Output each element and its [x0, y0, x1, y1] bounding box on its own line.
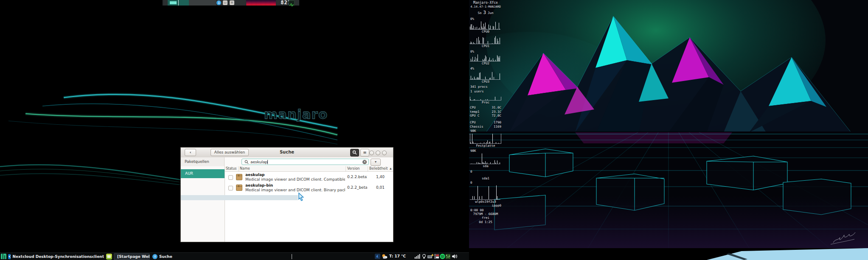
package-popularity: 0,01 [376, 185, 385, 190]
column-separator [368, 166, 368, 171]
right-wallpaper [469, 0, 868, 260]
conky-text: 7979M - 6680M frei [470, 212, 501, 220]
package-icon [236, 185, 242, 191]
conky-value: 0% [470, 50, 501, 53]
cpu-meter-bar [170, 1, 177, 4]
audio-spectrum [246, 0, 276, 6]
task-nextcloud[interactable]: Nextcloud Desktop-Synchronisationsclient [7, 253, 105, 260]
text-caret [267, 160, 268, 164]
keyboard-sparkle-icon[interactable] [427, 254, 434, 259]
conky-text: ippp0 [470, 204, 501, 207]
spotify-icon[interactable] [440, 254, 445, 259]
column-status[interactable]: Status [226, 167, 237, 171]
sidebar: AUR [181, 166, 225, 242]
pulse-monitor-icon[interactable] [289, 0, 295, 6]
maximize-button[interactable] [376, 151, 380, 155]
package-popularity: 1,40 [376, 175, 385, 179]
conky-value: 0 [470, 181, 501, 185]
task-label: [Startpage Web S... [117, 254, 150, 259]
search-input[interactable]: aeskulap × [242, 159, 369, 165]
conky-value: 98K [470, 149, 501, 153]
conky-text: 341 procs [470, 85, 501, 89]
temperature-readout[interactable]: T: 17 °C [389, 254, 406, 258]
conky-graph [470, 35, 501, 44]
wallpaper-brand-text: manjaro [264, 106, 328, 122]
weather-icon[interactable] [382, 254, 388, 259]
signal-bars-icon[interactable] [415, 254, 420, 259]
panel-segment [189, 0, 216, 6]
volume-icon[interactable] [452, 254, 458, 259]
conky-graph [470, 97, 501, 101]
checkbox[interactable] [228, 175, 233, 180]
conky-stat-row: GPU C72.0C [470, 114, 501, 117]
conky-date: So 3 Jun [470, 10, 501, 16]
column-version[interactable]: Version [347, 167, 360, 171]
conky-text: 1 users [470, 89, 501, 93]
column-popularity[interactable]: Beliebtheit [369, 167, 388, 171]
desktop: ↓ ▭ ≡ 827 manjaro ‹ Alles auswählen [0, 0, 868, 260]
mouse-cursor [298, 193, 305, 202]
film-strip-icon[interactable] [434, 254, 439, 259]
toggle-icon[interactable]: ▭ [223, 0, 228, 5]
checkbox[interactable] [228, 186, 233, 190]
table-header[interactable]: Status Name Version Beliebtheit ▲ [225, 166, 393, 172]
conky-distro: Manjaro-Xfce [470, 1, 501, 5]
conky-spacer [470, 173, 501, 176]
conky-stat-row: temp123.1C [470, 110, 501, 114]
package-description: Medical image viewer and DICOM client. B… [245, 188, 345, 192]
conky-graph [470, 134, 501, 144]
menu-button[interactable]: ≡ [360, 149, 369, 157]
package-description: Medical image viewer and DICOM client. C… [245, 177, 345, 182]
conky-graph-label: CPU1 [470, 44, 501, 48]
taskbar: Nextcloud Desktop-Synchronisationsclient… [0, 252, 469, 260]
conky-graph [470, 54, 501, 62]
package-version: 0.2.2.beta2 [347, 175, 367, 179]
conky-graph [470, 185, 501, 200]
list-icon[interactable]: ≡ [230, 0, 234, 5]
clear-search-icon[interactable]: × [362, 160, 367, 164]
task-startpage[interactable]: [Startpage Web S... [114, 253, 150, 260]
titlebar[interactable]: ‹ Alles auswählen Suche ≡ [181, 148, 393, 158]
search-dropdown-button[interactable]: ▾ [371, 159, 381, 166]
conky-text: wlp0s19f2u3 [470, 200, 501, 204]
package-version: 0.2.2_beta [347, 185, 367, 190]
manjaro-menu-icon[interactable] [1, 254, 6, 259]
conky-monitor: Manjaro-Xfce 4.14.47-1-MANJARO So 3 Jun … [470, 1, 501, 224]
app-tray-icon[interactable] [375, 254, 380, 259]
nextcloud-icon [8, 254, 11, 259]
search-toggle-button[interactable] [350, 149, 359, 157]
conky-value: 4% [470, 67, 501, 70]
top-panel-fragment: ↓ ▭ ≡ 827 [162, 0, 299, 6]
package-name: aeskulap-bin [245, 183, 273, 187]
conky-graph [470, 153, 501, 164]
conky-stat-row: CPU31.0C [470, 106, 501, 109]
meter-divider [178, 0, 179, 6]
conky-graph-label: Festplatte [470, 144, 501, 148]
download-icon[interactable]: ↓ [216, 0, 221, 5]
conky-graph-label: CPU2 [470, 62, 501, 65]
conky-text: 0:00 00 [470, 208, 501, 212]
package-row-aeskulap-bin[interactable]: aeskulap-bin Medical image viewer and DI… [225, 182, 393, 193]
package-row-aeskulap[interactable]: aeskulap Medical image viewer and DICOM … [225, 172, 393, 182]
sidebar-header: Paketquellen [181, 157, 225, 166]
conky-stat-row: CPU1790 [470, 120, 501, 124]
mixer-icon[interactable] [445, 254, 451, 259]
column-name[interactable]: Name [240, 167, 250, 171]
close-button[interactable] [382, 151, 387, 155]
phone-icon[interactable]: ☎ [106, 254, 112, 260]
minimize-button[interactable] [369, 151, 374, 155]
panel-separator [292, 254, 292, 259]
bulb-icon[interactable] [422, 254, 426, 259]
wallpaper-grid [469, 131, 868, 248]
selected-empty-row[interactable] [181, 195, 298, 200]
sort-arrow-icon: ▲ [390, 167, 392, 170]
task-label: Nextcloud Desktop-Synchronisationsclient [12, 254, 104, 259]
sidebar-item-aur[interactable]: AUR [181, 169, 225, 178]
pamac-icon: ↓ [152, 254, 157, 259]
conky-graph-label: CPU3 [470, 80, 501, 84]
conky-value: 98K [470, 129, 501, 133]
conky-stat-row: Chassis1169 [470, 125, 501, 129]
pamac-window: ‹ Alles auswählen Suche ≡ Paketquellen a… [180, 147, 393, 242]
package-name: aeskulap [245, 173, 265, 177]
task-suche[interactable]: ↓ Suche [151, 253, 198, 260]
